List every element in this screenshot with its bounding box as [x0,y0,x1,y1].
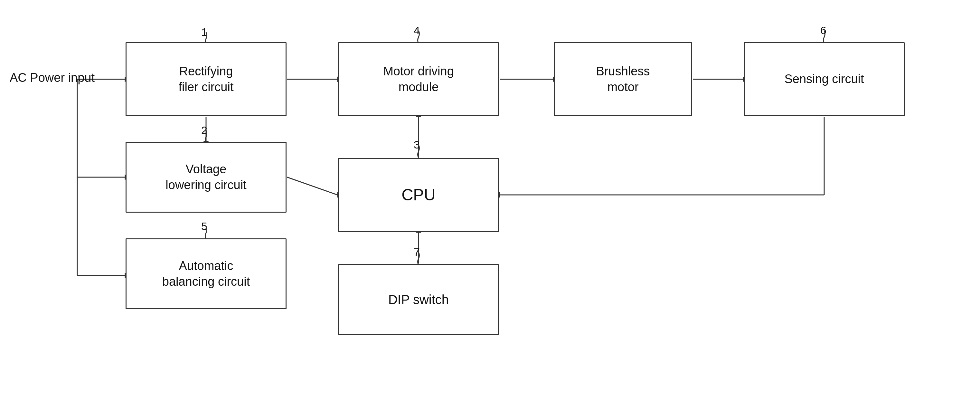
dip-switch-block: DIP switch [338,264,499,335]
ref-number-2: 2 [201,124,207,137]
sensing-circuit-block: Sensing circuit [744,42,905,116]
svg-line-11 [287,177,337,195]
ref-number-3: 3 [414,139,420,151]
voltage-lowering-label: Voltage lowering circuit [165,161,246,193]
sensing-circuit-label: Sensing circuit [784,71,864,87]
cpu-label: CPU [401,185,436,205]
ref-number-7: 7 [414,246,420,258]
dip-switch-label: DIP switch [388,291,449,308]
diagram: AC Power input 1 2 3 4 5 6 7 Rectif [0,0,980,403]
brushless-motor-label: Brushless motor [596,64,650,96]
brushless-motor-block: Brushless motor [554,42,692,116]
automatic-balancing-label: Automatic balancing circuit [162,258,250,290]
voltage-lowering-block: Voltage lowering circuit [126,142,286,213]
ac-power-input-label: AC Power input [10,71,95,85]
motor-driving-label: Motor driving module [383,64,454,96]
cpu-block: CPU [338,158,499,232]
motor-driving-block: Motor driving module [338,42,499,116]
ref-number-1: 1 [201,26,207,38]
ref-number-6: 6 [820,24,826,37]
rectifying-label: Rectifying filer circuit [178,64,234,96]
rectifying-block: Rectifying filer circuit [126,42,286,116]
automatic-balancing-block: Automatic balancing circuit [126,238,286,309]
ref-number-5: 5 [201,220,207,233]
ref-number-4: 4 [414,24,420,37]
